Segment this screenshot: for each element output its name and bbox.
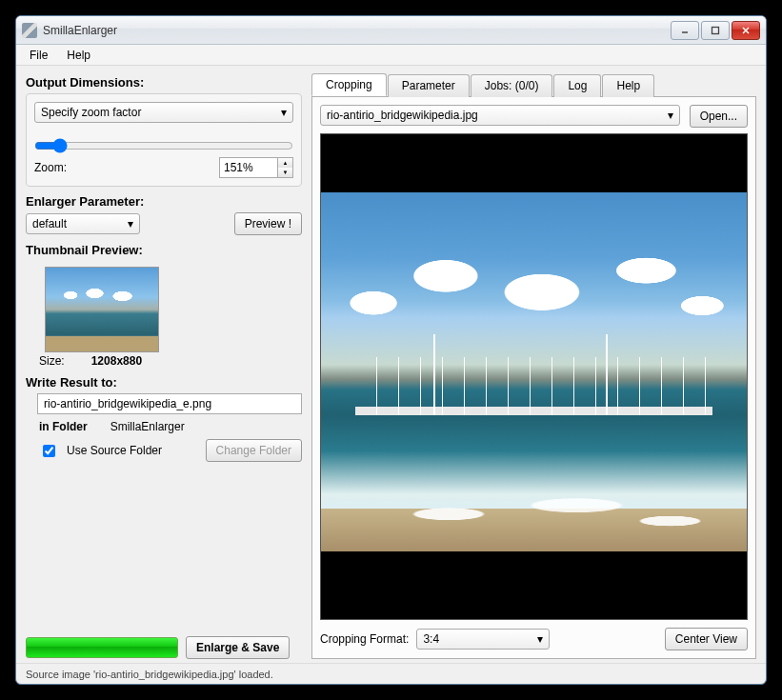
thumbnail-preview [45,267,159,352]
source-file-value: rio-antirio_bridgewikipedia.jpg [327,109,478,122]
tabstrip: Cropping Parameter Jobs: (0/0) Log Help [311,73,756,97]
use-source-folder-label: Use Source Folder [67,444,162,457]
titlebar[interactable]: SmillaEnlarger [16,16,766,45]
crop-format-select[interactable]: 3:4 ▾ [416,629,550,650]
chevron-down-icon: ▾ [668,109,673,122]
zoom-mode-select[interactable]: Specify zoom factor ▾ [34,102,293,123]
change-folder-button[interactable]: Change Folder [206,439,302,462]
tab-cropping[interactable]: Cropping [311,73,387,96]
menu-help[interactable]: Help [57,47,100,64]
use-source-folder-checkbox[interactable] [43,445,55,457]
zoom-spinbox[interactable]: ▲ ▼ [219,157,293,178]
thumbnail-label: Thumbnail Preview: [26,243,302,257]
enlarger-param-label: Enlarger Parameter: [26,194,302,209]
output-dimensions-label: Output Dimensions: [26,75,302,90]
close-button[interactable] [732,21,760,40]
progress-bar [26,637,178,658]
minimize-button[interactable] [671,21,699,40]
menu-file[interactable]: File [20,47,57,64]
tab-help[interactable]: Help [602,74,654,97]
enlarge-save-button[interactable]: Enlarge & Save [186,636,290,659]
write-result-label: Write Result to: [26,375,302,390]
size-label: Size: [39,354,65,368]
zoom-label: Zoom: [34,161,67,174]
zoom-slider[interactable] [34,138,293,153]
zoom-input[interactable] [220,158,277,177]
crop-format-label: Cropping Format: [320,632,409,646]
chevron-down-icon: ▾ [537,632,543,646]
app-icon [22,23,37,38]
tab-parameter[interactable]: Parameter [388,74,470,97]
zoom-up-button[interactable]: ▲ [278,158,292,168]
size-value: 1208x880 [91,354,142,368]
in-folder-label: in Folder [39,420,88,433]
open-button[interactable]: Open... [690,105,748,128]
output-dimensions-group: Specify zoom factor ▾ Zoom: ▲ ▼ [26,93,302,187]
output-filename-input[interactable] [37,393,302,414]
param-preset-select[interactable]: default ▾ [26,213,140,234]
status-text: Source image 'rio-antirio_bridgewikipedi… [26,669,273,680]
menubar: File Help [16,45,766,66]
zoom-down-button[interactable]: ▼ [278,168,292,177]
status-bar: Source image 'rio-antirio_bridgewikipedi… [16,663,766,684]
app-window: SmillaEnlarger File Help Output Dimensio… [15,15,767,685]
tab-jobs[interactable]: Jobs: (0/0) [471,74,553,97]
tab-log[interactable]: Log [553,74,601,97]
center-view-button[interactable]: Center View [665,628,748,650]
chevron-down-icon: ▾ [281,106,287,119]
window-title: SmillaEnlarger [43,24,669,37]
folder-name: SmillaEnlarger [110,420,185,433]
crop-format-value: 3:4 [423,632,439,646]
param-preset-value: default [32,217,67,230]
zoom-mode-value: Specify zoom factor [41,106,141,119]
svg-rect-1 [712,27,719,33]
preview-button[interactable]: Preview ! [234,212,302,235]
source-file-select[interactable]: rio-antirio_bridgewikipedia.jpg ▾ [320,105,680,126]
maximize-button[interactable] [701,21,730,40]
image-preview[interactable] [320,133,748,620]
chevron-down-icon: ▾ [128,217,133,230]
